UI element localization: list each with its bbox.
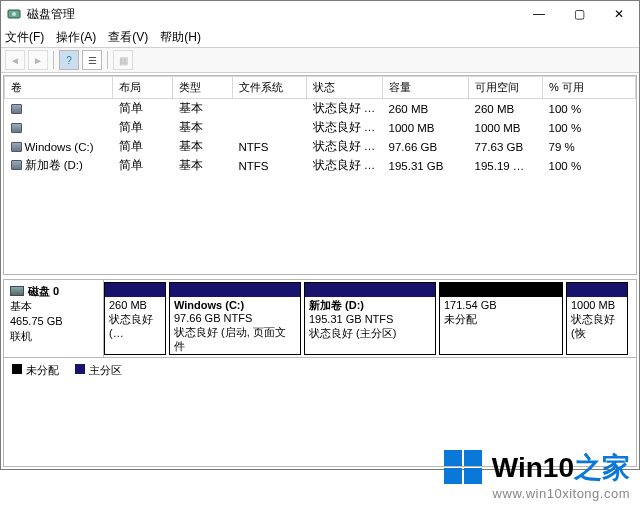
disk-state: 联机 xyxy=(10,329,97,344)
col-filesystem[interactable]: 文件系统 xyxy=(233,77,307,99)
cell-status: 状态良好 (… xyxy=(307,137,383,156)
partition-status: 状态良好 (启动, 页面文件 xyxy=(174,326,286,352)
volume-icon xyxy=(11,160,22,170)
partition-size: 171.54 GB xyxy=(444,299,497,311)
legend-unallocated: 未分配 xyxy=(12,363,59,378)
app-icon xyxy=(7,7,21,21)
disk-info-panel[interactable]: 磁盘 0 基本 465.75 GB 联机 xyxy=(4,280,104,357)
svg-rect-3 xyxy=(464,450,482,466)
cell-pctfree: 100 % xyxy=(543,99,636,119)
cell-free: 1000 MB xyxy=(469,118,543,137)
cell-volume xyxy=(5,118,113,137)
cell-volume xyxy=(5,99,113,119)
disk-label: 磁盘 0 xyxy=(28,284,59,299)
svg-rect-5 xyxy=(464,468,482,484)
menu-help[interactable]: 帮助(H) xyxy=(160,29,201,46)
partition-block[interactable]: 171.54 GB未分配 xyxy=(439,282,563,355)
disk-icon xyxy=(10,286,24,296)
col-layout[interactable]: 布局 xyxy=(113,77,173,99)
partition-size: 195.31 GB NTFS xyxy=(309,313,393,325)
graphical-view-pane: 磁盘 0 基本 465.75 GB 联机 260 MB状态良好 (…Window… xyxy=(3,279,637,467)
back-button[interactable]: ◄ xyxy=(5,50,25,70)
titlebar[interactable]: 磁盘管理 — ▢ ✕ xyxy=(1,1,639,27)
content-area: 卷 布局 类型 文件系统 状态 容量 可用空间 % 可用 简单基本状态良好 (…… xyxy=(1,73,639,469)
partition-size: 260 MB xyxy=(109,299,147,311)
toolbar-separator xyxy=(53,51,54,69)
cell-capacity: 195.31 GB xyxy=(383,156,469,175)
cell-volume: 新加卷 (D:) xyxy=(5,156,113,175)
cell-layout: 简单 xyxy=(113,137,173,156)
partition-status: 未分配 xyxy=(444,313,477,325)
table-row[interactable]: 简单基本状态良好 (…260 MB260 MB100 % xyxy=(5,99,636,119)
partition-size: 97.66 GB NTFS xyxy=(174,312,252,324)
toolbar-button-a[interactable]: ▦ xyxy=(113,50,133,70)
refresh-button[interactable]: ? xyxy=(59,50,79,70)
partition-body: 260 MB状态良好 (… xyxy=(105,297,165,342)
col-type[interactable]: 类型 xyxy=(173,77,233,99)
forward-button[interactable]: ► xyxy=(28,50,48,70)
col-status[interactable]: 状态 xyxy=(307,77,383,99)
legend: 未分配 主分区 xyxy=(4,358,636,382)
properties-button[interactable]: ☰ xyxy=(82,50,102,70)
partition-block[interactable]: 1000 MB状态良好 (恢 xyxy=(566,282,628,355)
col-capacity[interactable]: 容量 xyxy=(383,77,469,99)
minimize-button[interactable]: — xyxy=(519,1,559,27)
cell-type: 基本 xyxy=(173,156,233,175)
volume-icon xyxy=(11,123,22,133)
maximize-button[interactable]: ▢ xyxy=(559,1,599,27)
windows-logo-icon xyxy=(442,446,486,490)
partition-body: 新加卷 (D:)195.31 GB NTFS状态良好 (主分区) xyxy=(305,297,435,342)
watermark: Win10之家 www.win10xitong.com xyxy=(442,446,630,501)
partition-block[interactable]: 新加卷 (D:)195.31 GB NTFS状态良好 (主分区) xyxy=(304,282,436,355)
volume-table: 卷 布局 类型 文件系统 状态 容量 可用空间 % 可用 简单基本状态良好 (…… xyxy=(4,76,636,175)
disk-management-window: 磁盘管理 — ▢ ✕ 文件(F) 操作(A) 查看(V) 帮助(H) ◄ ► ?… xyxy=(0,0,640,470)
disk-type: 基本 xyxy=(10,299,97,314)
svg-rect-2 xyxy=(444,450,462,466)
cell-capacity: 97.66 GB xyxy=(383,137,469,156)
disk-row: 磁盘 0 基本 465.75 GB 联机 260 MB状态良好 (…Window… xyxy=(4,280,636,358)
cell-free: 77.63 GB xyxy=(469,137,543,156)
toolbar: ◄ ► ? ☰ ▦ xyxy=(1,47,639,73)
watermark-url: www.win10xitong.com xyxy=(493,486,630,501)
menu-file[interactable]: 文件(F) xyxy=(5,29,44,46)
toolbar-separator xyxy=(107,51,108,69)
menu-action[interactable]: 操作(A) xyxy=(56,29,96,46)
partition-block[interactable]: Windows (C:)97.66 GB NTFS状态良好 (启动, 页面文件 xyxy=(169,282,301,355)
cell-layout: 简单 xyxy=(113,156,173,175)
table-row[interactable]: 新加卷 (D:)简单基本NTFS状态良好 (…195.31 GB195.19 …… xyxy=(5,156,636,175)
svg-point-1 xyxy=(12,12,16,16)
cell-filesystem: NTFS xyxy=(233,137,307,156)
partition-color-bar xyxy=(170,283,300,297)
table-row[interactable]: 简单基本状态良好 (…1000 MB1000 MB100 % xyxy=(5,118,636,137)
partition-color-bar xyxy=(305,283,435,297)
cell-capacity: 260 MB xyxy=(383,99,469,119)
partition-title: 新加卷 (D:) xyxy=(309,299,364,311)
col-volume[interactable]: 卷 xyxy=(5,77,113,99)
cell-pctfree: 100 % xyxy=(543,156,636,175)
cell-type: 基本 xyxy=(173,118,233,137)
volume-icon xyxy=(11,142,22,152)
partition-status: 状态良好 (主分区) xyxy=(309,327,396,339)
disk-size: 465.75 GB xyxy=(10,314,97,329)
cell-volume: Windows (C:) xyxy=(5,137,113,156)
partition-size: 1000 MB xyxy=(571,299,615,311)
cell-type: 基本 xyxy=(173,137,233,156)
table-row[interactable]: Windows (C:)简单基本NTFS状态良好 (…97.66 GB77.63… xyxy=(5,137,636,156)
col-free[interactable]: 可用空间 xyxy=(469,77,543,99)
close-button[interactable]: ✕ xyxy=(599,1,639,27)
col-pctfree[interactable]: % 可用 xyxy=(543,77,636,99)
menu-view[interactable]: 查看(V) xyxy=(108,29,148,46)
table-header: 卷 布局 类型 文件系统 状态 容量 可用空间 % 可用 xyxy=(5,77,636,99)
partition-body: 171.54 GB未分配 xyxy=(440,297,562,329)
partition-color-bar xyxy=(105,283,165,297)
cell-filesystem: NTFS xyxy=(233,156,307,175)
volume-list-pane: 卷 布局 类型 文件系统 状态 容量 可用空间 % 可用 简单基本状态良好 (…… xyxy=(3,75,637,275)
partition-map: 260 MB状态良好 (…Windows (C:)97.66 GB NTFS状态… xyxy=(104,280,636,357)
partition-body: 1000 MB状态良好 (恢 xyxy=(567,297,627,342)
cell-type: 基本 xyxy=(173,99,233,119)
partition-block[interactable]: 260 MB状态良好 (… xyxy=(104,282,166,355)
svg-rect-4 xyxy=(444,468,462,484)
partition-title: Windows (C:) xyxy=(174,299,244,311)
cell-filesystem xyxy=(233,99,307,119)
cell-status: 状态良好 (… xyxy=(307,156,383,175)
